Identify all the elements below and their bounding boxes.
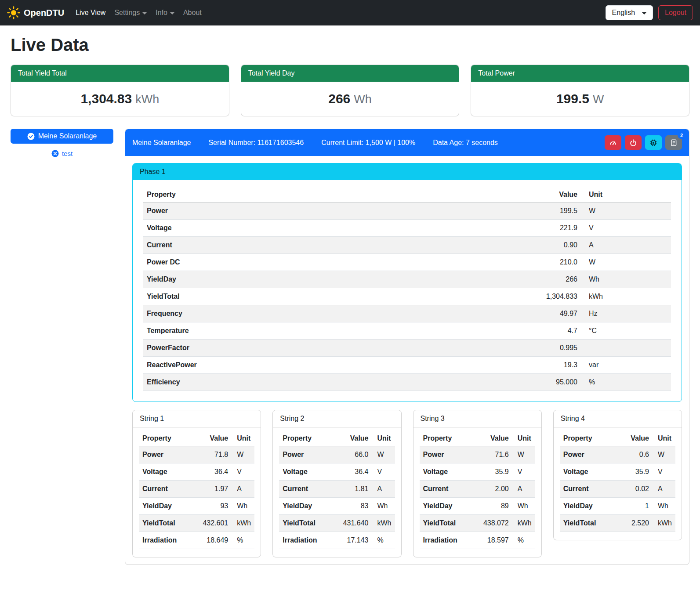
brand-link[interactable]: OpenDTU bbox=[7, 6, 64, 19]
value-cell: 95.000 bbox=[515, 374, 581, 391]
total-yield-day-card: Total Yield Day 266Wh bbox=[241, 65, 460, 116]
value-cell: 89 bbox=[478, 498, 512, 515]
table-row: Power66.0W bbox=[279, 446, 395, 463]
unit-cell: °C bbox=[581, 322, 671, 340]
value-cell: 1.81 bbox=[338, 481, 372, 498]
column-header-value: Value bbox=[197, 431, 232, 446]
value-cell: 0.02 bbox=[618, 481, 653, 498]
value-cell: 432.601 bbox=[197, 515, 232, 532]
value-cell: 1,304.833 bbox=[515, 288, 581, 305]
logout-button[interactable]: Logout bbox=[658, 5, 693, 20]
unit-cell: kWh bbox=[232, 515, 254, 532]
string-cards-row: String 1 Property Value Unit Power71.8WV… bbox=[132, 410, 682, 557]
unit-cell: A bbox=[232, 481, 254, 498]
value-cell: 0.90 bbox=[515, 237, 581, 254]
column-header-value: Value bbox=[478, 431, 512, 446]
language-select[interactable]: English bbox=[606, 5, 653, 20]
property-cell: YieldDay bbox=[279, 498, 337, 515]
property-cell: Power bbox=[139, 446, 197, 463]
card-title: Total Power bbox=[471, 65, 689, 82]
sidebar-item-label: test bbox=[62, 150, 73, 157]
table-row: Frequency49.97Hz bbox=[143, 305, 671, 322]
total-power-card: Total Power 199.5W bbox=[471, 65, 689, 116]
property-cell: YieldTotal bbox=[279, 515, 337, 532]
value-cell: 2.520 bbox=[618, 515, 653, 532]
event-log-button[interactable]: 2 bbox=[665, 135, 682, 150]
device-info-button[interactable] bbox=[645, 135, 662, 150]
table-row: Voltage36.4V bbox=[279, 463, 395, 481]
value-cell: 93 bbox=[197, 498, 232, 515]
nav-info[interactable]: Info bbox=[151, 5, 179, 20]
property-cell: Power bbox=[420, 446, 478, 463]
column-header-value: Value bbox=[515, 187, 581, 203]
check-circle-icon bbox=[27, 133, 35, 140]
card-unit: kWh bbox=[135, 93, 159, 106]
unit-cell: kWh bbox=[581, 288, 671, 305]
table-row: YieldTotal2.520kWh bbox=[560, 515, 675, 532]
unit-cell: W bbox=[581, 254, 671, 271]
property-cell: YieldDay bbox=[139, 498, 197, 515]
value-cell: 2.00 bbox=[478, 481, 512, 498]
event-count-badge: 2 bbox=[678, 132, 685, 139]
journal-icon bbox=[670, 139, 678, 147]
table-row: Voltage35.9V bbox=[420, 463, 535, 481]
unit-cell: Wh bbox=[653, 498, 675, 515]
property-cell: YieldDay bbox=[420, 498, 478, 515]
inverter-name: Meine Solaranlage bbox=[132, 139, 191, 147]
power-control-button[interactable] bbox=[625, 135, 642, 150]
property-cell: Power bbox=[143, 203, 515, 220]
unit-cell: kWh bbox=[372, 515, 395, 532]
string-table: Property Value Unit Power0.6WVoltage35.9… bbox=[560, 431, 675, 532]
inverter-sidebar: Meine Solaranlage test bbox=[11, 129, 113, 157]
unit-cell: Wh bbox=[581, 271, 671, 288]
table-row: YieldDay89Wh bbox=[420, 498, 535, 515]
property-cell: Voltage bbox=[420, 463, 478, 481]
power-icon bbox=[629, 139, 637, 147]
property-cell: YieldTotal bbox=[560, 515, 618, 532]
unit-cell: W bbox=[232, 446, 254, 463]
property-cell: Frequency bbox=[143, 305, 515, 322]
card-value: 199.5 bbox=[556, 91, 589, 106]
string-card-title: String 4 bbox=[554, 410, 682, 427]
value-cell: 199.5 bbox=[515, 203, 581, 220]
phase-table-body: Power199.5WVoltage221.9VCurrent0.90APowe… bbox=[143, 203, 671, 391]
nav-settings[interactable]: Settings bbox=[110, 5, 151, 20]
card-value: 1,304.83 bbox=[80, 91, 132, 106]
property-cell: Current bbox=[279, 481, 337, 498]
value-cell: 66.0 bbox=[338, 446, 372, 463]
unit-cell: W bbox=[581, 203, 671, 220]
property-cell: YieldDay bbox=[560, 498, 618, 515]
nav-live-view[interactable]: Live View bbox=[71, 5, 110, 20]
unit-cell: W bbox=[512, 446, 535, 463]
property-cell: YieldTotal bbox=[420, 515, 478, 532]
value-cell: 1.97 bbox=[197, 481, 232, 498]
unit-cell: Wh bbox=[512, 498, 535, 515]
speedometer-icon bbox=[609, 139, 617, 147]
phase-card: Phase 1 Property Value Unit bbox=[132, 163, 682, 402]
inverter-limit: Current Limit: 1,500 W | 100% bbox=[321, 139, 415, 147]
x-circle-icon bbox=[51, 150, 59, 157]
string-table-body: Power71.6WVoltage35.9VCurrent2.00AYieldD… bbox=[420, 446, 535, 549]
table-row: Current0.02A bbox=[560, 481, 675, 498]
limit-settings-button[interactable] bbox=[605, 135, 621, 150]
unit-cell: A bbox=[512, 481, 535, 498]
inverter-card: Meine Solaranlage Serial Number: 1161716… bbox=[125, 129, 689, 565]
card-title: Total Yield Total bbox=[11, 65, 229, 82]
table-row: Power71.8W bbox=[139, 446, 254, 463]
column-header-property: Property bbox=[279, 431, 337, 446]
value-cell: 36.4 bbox=[338, 463, 372, 481]
column-header-property: Property bbox=[420, 431, 478, 446]
phase-table: Property Value Unit Power199.5WVoltage22… bbox=[143, 187, 671, 391]
nav-about[interactable]: About bbox=[179, 5, 206, 20]
sidebar-item-selected-inverter[interactable]: Meine Solaranlage bbox=[11, 129, 113, 144]
unit-cell: % bbox=[232, 532, 254, 549]
value-cell: 4.7 bbox=[515, 322, 581, 340]
table-row: Current1.81A bbox=[279, 481, 395, 498]
language-select-value: English bbox=[612, 9, 635, 17]
unit-cell: % bbox=[372, 532, 395, 549]
card-unit: W bbox=[593, 93, 604, 106]
value-cell: 221.9 bbox=[515, 220, 581, 237]
sidebar-item-test-inverter[interactable]: test bbox=[11, 150, 113, 157]
value-cell: 431.640 bbox=[338, 515, 372, 532]
property-cell: Voltage bbox=[139, 463, 197, 481]
